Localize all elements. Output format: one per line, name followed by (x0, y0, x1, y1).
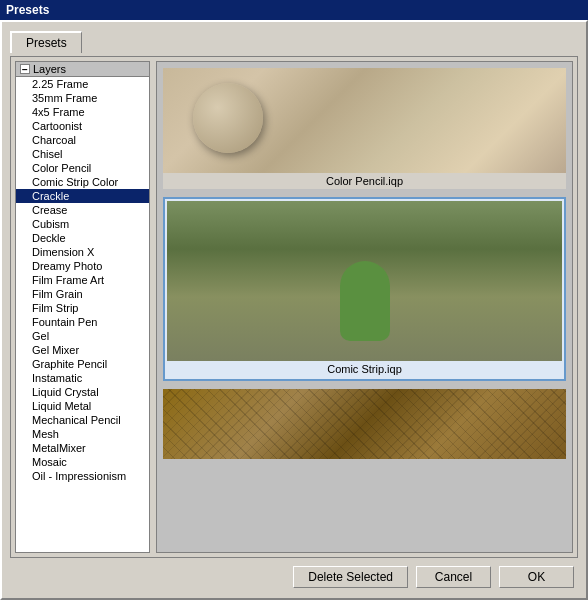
list-item[interactable]: Dimension X (16, 245, 149, 259)
list-item[interactable]: Color Pencil (16, 161, 149, 175)
list-item[interactable]: 2.25 Frame (16, 77, 149, 91)
list-item[interactable]: 35mm Frame (16, 91, 149, 105)
preset-item-crackle[interactable] (163, 389, 566, 459)
group-label: Layers (33, 63, 66, 75)
list-item[interactable]: Film Grain (16, 287, 149, 301)
list-item[interactable]: Film Strip (16, 301, 149, 315)
list-item[interactable]: Instamatic (16, 371, 149, 385)
preset-label-color-pencil: Color Pencil.iqp (326, 173, 403, 189)
list-item[interactable]: MetalMixer (16, 441, 149, 455)
child-figure (340, 261, 390, 341)
title-text: Presets (6, 3, 49, 17)
ok-button[interactable]: OK (499, 566, 574, 588)
list-item[interactable]: Chisel (16, 147, 149, 161)
list-item[interactable]: Gel Mixer (16, 343, 149, 357)
list-item[interactable]: Charcoal (16, 133, 149, 147)
delete-selected-button[interactable]: Delete Selected (293, 566, 408, 588)
list-item[interactable]: 4x5 Frame (16, 105, 149, 119)
preset-image-comic-strip (167, 201, 562, 361)
preset-item-color-pencil[interactable]: Color Pencil.iqp (163, 68, 566, 189)
list-item[interactable]: Dreamy Photo (16, 259, 149, 273)
preset-image-crackle (163, 389, 566, 459)
content-area: − Layers 2.25 Frame35mm Frame4x5 FrameCa… (10, 56, 578, 558)
bottom-bar: Delete Selected Cancel OK (10, 558, 578, 590)
list-item[interactable]: Film Frame Art (16, 273, 149, 287)
list-item[interactable]: Cubism (16, 217, 149, 231)
list-item[interactable]: Crease (16, 203, 149, 217)
list-item[interactable]: Graphite Pencil (16, 357, 149, 371)
tab-presets[interactable]: Presets (10, 31, 82, 53)
collapse-icon[interactable]: − (20, 64, 30, 74)
list-item[interactable]: Deckle (16, 231, 149, 245)
list-item[interactable]: Mosaic (16, 455, 149, 469)
list-item[interactable]: Mesh (16, 427, 149, 441)
dialog: Presets − Layers 2.25 Frame35mm Frame4x5… (0, 20, 588, 600)
list-item[interactable]: Comic Strip Color (16, 175, 149, 189)
list-item[interactable]: Crackle (16, 189, 149, 203)
list-item[interactable]: Liquid Metal (16, 399, 149, 413)
preset-item-comic-strip[interactable]: Comic Strip.iqp (163, 197, 566, 381)
group-header: − Layers (16, 62, 149, 77)
list-item[interactable]: Oil - Impressionism (16, 469, 149, 483)
preset-label-comic-strip: Comic Strip.iqp (327, 361, 402, 377)
tab-bar: Presets (10, 30, 578, 52)
right-panel[interactable]: Color Pencil.iqp Comic Strip.iqp (156, 61, 573, 553)
left-panel: − Layers 2.25 Frame35mm Frame4x5 FrameCa… (15, 61, 150, 553)
list-item[interactable]: Cartoonist (16, 119, 149, 133)
title-bar: Presets (0, 0, 588, 20)
preset-image-color-pencil (163, 68, 566, 173)
list-item[interactable]: Gel (16, 329, 149, 343)
cancel-button[interactable]: Cancel (416, 566, 491, 588)
list-item[interactable]: Mechanical Pencil (16, 413, 149, 427)
list-item[interactable]: Fountain Pen (16, 315, 149, 329)
preset-list: 2.25 Frame35mm Frame4x5 FrameCartoonistC… (16, 77, 149, 552)
list-item[interactable]: Liquid Crystal (16, 385, 149, 399)
